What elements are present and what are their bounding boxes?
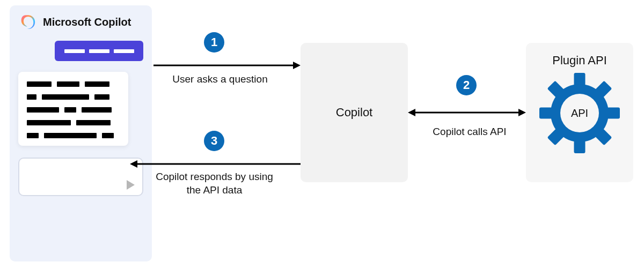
user-question-bubble [55, 41, 143, 61]
panel-title: Microsoft Copilot [43, 16, 131, 28]
svg-marker-15 [130, 160, 137, 168]
copilot-panel: Microsoft Copilot [10, 5, 152, 261]
text-placeholder-bar [89, 49, 109, 53]
copilot-box-label: Copilot [336, 106, 372, 119]
chat-input-box[interactable] [18, 158, 143, 196]
arrow-step-1 [153, 60, 301, 71]
step-badge-3: 3 [204, 131, 224, 151]
svg-marker-14 [518, 109, 526, 116]
svg-rect-1 [574, 140, 586, 153]
arrow-step-2 [408, 107, 526, 118]
copilot-response-card [18, 72, 128, 146]
text-placeholder-bar [64, 49, 85, 53]
text-placeholder-bar [114, 49, 134, 53]
step-badge-2: 2 [456, 75, 477, 95]
send-icon[interactable] [127, 180, 135, 190]
panel-header: Microsoft Copilot [18, 13, 143, 31]
gear-icon: API [539, 73, 620, 153]
step-number: 3 [211, 134, 217, 148]
copilot-engine-box: Copilot [301, 43, 408, 182]
svg-marker-11 [293, 62, 301, 69]
svg-rect-2 [539, 108, 552, 119]
copilot-logo-icon [18, 13, 36, 31]
gear-label: API [571, 107, 588, 119]
step-label-3: Copilot responds by using the API data [151, 170, 277, 197]
step-badge-1: 1 [204, 32, 224, 53]
step-number: 2 [463, 78, 470, 92]
arrow-step-3 [130, 159, 301, 169]
step-number: 1 [211, 35, 217, 49]
svg-marker-12 [408, 109, 415, 116]
svg-rect-0 [574, 73, 586, 86]
step-label-1: User asks a question [166, 73, 274, 86]
step-label-2: Copilot calls API [427, 125, 513, 139]
plugin-title: Plugin API [552, 54, 607, 68]
plugin-api-box: Plugin API [526, 43, 633, 182]
svg-rect-3 [607, 108, 620, 119]
